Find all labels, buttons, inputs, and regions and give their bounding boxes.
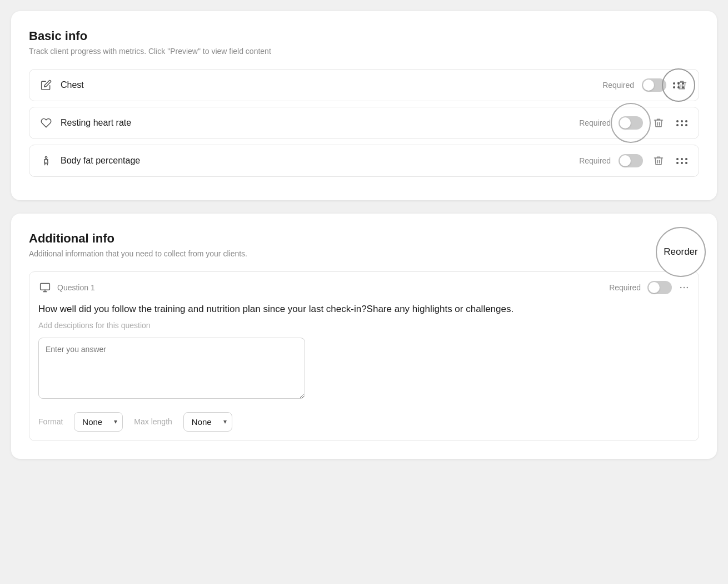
person-icon: [38, 153, 54, 169]
format-select[interactable]: None: [74, 412, 123, 432]
max-length-select[interactable]: None: [183, 412, 232, 432]
resting-required-label: Required: [579, 118, 611, 127]
additional-info-card: Additional info Additional information t…: [11, 214, 717, 459]
metric-row-resting-heart-rate: Resting heart rate Required: [29, 107, 699, 139]
resting-toggle-wrapper: [619, 116, 643, 130]
max-length-label: Max length: [134, 417, 172, 426]
svg-point-4: [680, 287, 682, 289]
basic-info-subtitle: Track client progress with metrics. Clic…: [29, 47, 699, 56]
bodyfat-drag-button[interactable]: [674, 153, 690, 169]
question-footer: Format None ▾ Max length None ▾: [38, 412, 690, 432]
question-1-desc: Add desciptions for this question: [38, 321, 690, 330]
drag-dots-chest: [673, 82, 685, 88]
question-1-controls: Required: [609, 281, 690, 294]
basic-info-card: Basic info Track client progress with me…: [11, 11, 717, 200]
max-length-select-wrapper: None ▾: [183, 412, 232, 432]
chest-required-label: Required: [602, 81, 634, 90]
metric-label-chest: Chest: [61, 80, 602, 90]
bodyfat-toggle[interactable]: [619, 154, 643, 167]
pencil-icon: [38, 77, 54, 93]
additional-info-title: Additional info: [29, 231, 699, 246]
resting-toggle[interactable]: [619, 116, 643, 130]
reorder-button[interactable]: Reorder: [656, 227, 706, 277]
question-1-toggle[interactable]: [647, 281, 672, 294]
bodyfat-required-label: Required: [579, 156, 611, 165]
reorder-label: Reorder: [664, 246, 697, 258]
basic-info-title: Basic info: [29, 29, 699, 43]
question-1-text: How well did you follow the training and…: [38, 302, 690, 316]
svg-point-0: [45, 157, 47, 159]
svg-rect-1: [41, 284, 50, 290]
chest-drag-circle: [662, 68, 695, 102]
question-number-label: Question 1: [57, 283, 609, 292]
metric-label-resting: Resting heart rate: [61, 118, 579, 128]
question-required-label: Required: [609, 283, 641, 292]
question-header-1: Question 1 Required: [38, 281, 690, 294]
bodyfat-delete-button[interactable]: [651, 153, 666, 169]
resting-controls: Required: [579, 115, 690, 131]
question-1-more-button[interactable]: [679, 282, 690, 293]
question-icon: [38, 281, 52, 294]
metric-row-body-fat: Body fat percentage Required: [29, 145, 699, 177]
svg-point-5: [684, 287, 685, 289]
chest-controls: Required: [602, 77, 690, 93]
format-label: Format: [38, 417, 63, 426]
format-select-wrapper: None ▾: [74, 412, 123, 432]
metric-row-chest: Chest Required: [29, 69, 699, 101]
svg-point-6: [687, 287, 689, 289]
question-row-1: Question 1 Required How well did you fol…: [29, 271, 699, 441]
chest-drag-button[interactable]: [671, 77, 686, 93]
bodyfat-controls: Required: [579, 153, 690, 169]
resting-delete-button[interactable]: [651, 115, 666, 131]
additional-info-subtitle: Additional information that you need to …: [29, 249, 699, 258]
metric-label-bodyfat: Body fat percentage: [61, 156, 579, 166]
drag-dots-resting: [676, 120, 688, 126]
answer-textarea[interactable]: [38, 338, 305, 399]
drag-dots-bodyfat: [676, 158, 688, 164]
resting-drag-button[interactable]: [674, 115, 690, 131]
heart-icon: [38, 115, 54, 131]
